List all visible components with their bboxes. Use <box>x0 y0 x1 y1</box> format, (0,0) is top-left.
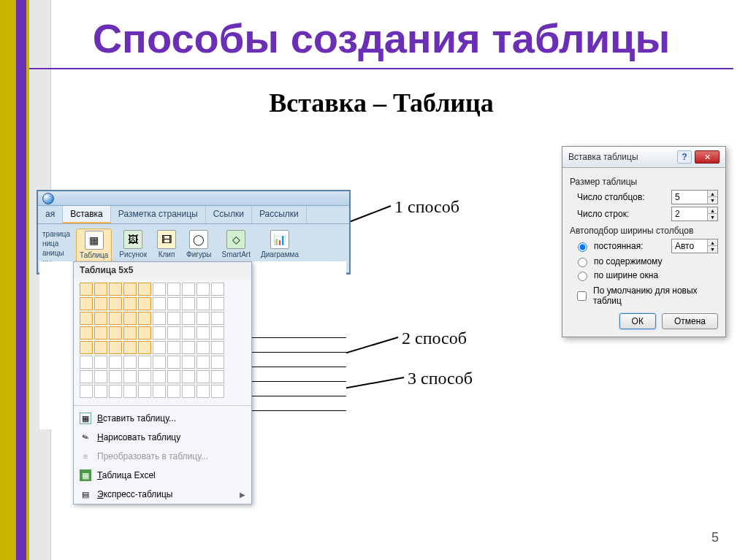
office-button[interactable] <box>42 193 54 204</box>
spin-down-icon[interactable]: ▼ <box>707 214 717 220</box>
grid-cell[interactable] <box>211 326 224 340</box>
grid-cell[interactable] <box>123 341 137 354</box>
grid-cell[interactable] <box>167 341 180 354</box>
grid-cell[interactable] <box>138 283 151 296</box>
checkbox-default-for-new[interactable] <box>577 291 587 301</box>
grid-cell[interactable] <box>167 297 180 310</box>
grid-cell[interactable] <box>196 297 210 310</box>
grid-cell[interactable] <box>167 385 180 398</box>
spinner-rows[interactable]: ▲▼ <box>671 207 718 221</box>
grid-cell[interactable] <box>196 341 210 354</box>
grid-cell[interactable] <box>109 341 122 354</box>
grid-cell[interactable] <box>153 370 166 383</box>
grid-cell[interactable] <box>94 341 107 354</box>
grid-cell[interactable] <box>123 385 137 398</box>
input-columns[interactable] <box>672 191 707 204</box>
grid-cell[interactable] <box>94 326 107 340</box>
grid-cell[interactable] <box>94 370 107 383</box>
grid-cell[interactable] <box>153 297 166 310</box>
grid-cell[interactable] <box>153 341 166 354</box>
grid-cell[interactable] <box>138 385 151 398</box>
grid-cell[interactable] <box>196 283 210 296</box>
ribbon-tab-references[interactable]: Ссылки <box>206 206 252 223</box>
radio-content[interactable] <box>578 258 587 267</box>
grid-cell[interactable] <box>211 283 224 296</box>
dialog-help-button[interactable]: ? <box>677 150 692 164</box>
grid-cell[interactable] <box>167 370 180 383</box>
grid-cell[interactable] <box>80 370 93 383</box>
spin-down-icon[interactable]: ▼ <box>707 197 717 204</box>
grid-cell[interactable] <box>182 312 195 325</box>
grid-cell[interactable] <box>109 283 122 296</box>
grid-cell[interactable] <box>109 385 122 398</box>
grid-cell[interactable] <box>153 385 166 398</box>
grid-cell[interactable] <box>80 312 93 325</box>
grid-cell[interactable] <box>138 297 151 310</box>
grid-cell[interactable] <box>182 297 195 310</box>
spin-up-icon[interactable]: ▲ <box>707 191 717 197</box>
grid-cell[interactable] <box>123 312 137 325</box>
grid-cell[interactable] <box>167 283 180 296</box>
grid-cell[interactable] <box>109 326 122 340</box>
grid-cell[interactable] <box>80 283 93 296</box>
grid-cell[interactable] <box>196 326 210 340</box>
menu-item-express[interactable]: ▤Экспресс-таблицы▶ <box>74 485 251 504</box>
grid-cell[interactable] <box>153 326 166 340</box>
ribbon-tab-layout[interactable]: Разметка страницы <box>111 206 206 223</box>
grid-cell[interactable] <box>167 326 180 340</box>
grid-cell[interactable] <box>138 341 151 354</box>
spin-down-icon[interactable]: ▼ <box>707 246 717 253</box>
radio-window[interactable] <box>578 272 587 281</box>
grid-cell[interactable] <box>94 312 107 325</box>
grid-cell[interactable] <box>94 297 107 310</box>
grid-cell[interactable] <box>109 312 122 325</box>
grid-cell[interactable] <box>153 356 166 369</box>
grid-cell[interactable] <box>211 370 224 383</box>
grid-cell[interactable] <box>182 385 195 398</box>
spin-up-icon[interactable]: ▲ <box>707 207 717 214</box>
grid-cell[interactable] <box>196 356 210 369</box>
ok-button[interactable]: ОК <box>619 313 656 329</box>
grid-cell[interactable] <box>138 326 151 340</box>
spin-up-icon[interactable]: ▲ <box>707 239 717 246</box>
grid-cell[interactable] <box>80 385 93 398</box>
grid-cell[interactable] <box>182 341 195 354</box>
grid-cell[interactable] <box>211 297 224 310</box>
grid-cell[interactable] <box>80 356 93 369</box>
grid-cell[interactable] <box>167 312 180 325</box>
grid-cell[interactable] <box>182 356 195 369</box>
grid-cell[interactable] <box>123 356 137 369</box>
grid-cell[interactable] <box>211 356 224 369</box>
grid-cell[interactable] <box>211 385 224 398</box>
grid-cell[interactable] <box>94 283 107 296</box>
grid-cell[interactable] <box>138 312 151 325</box>
grid-cell[interactable] <box>123 370 137 383</box>
ribbon-tab-mailings[interactable]: Рассылки <box>252 206 307 223</box>
radio-fixed[interactable] <box>578 242 587 252</box>
input-fixed-width[interactable] <box>672 239 707 253</box>
grid-cell[interactable] <box>123 297 137 310</box>
grid-cell[interactable] <box>123 326 137 340</box>
input-rows[interactable] <box>672 207 707 220</box>
grid-cell[interactable] <box>182 283 195 296</box>
spinner-fixed-width[interactable]: ▲▼ <box>671 239 718 253</box>
grid-cell[interactable] <box>167 356 180 369</box>
menu-item-draw[interactable]: ✎Нарисовать таблицу <box>74 428 251 447</box>
grid-cell[interactable] <box>138 370 151 383</box>
grid-cell[interactable] <box>182 370 195 383</box>
grid-cell[interactable] <box>153 283 166 296</box>
grid-cell[interactable] <box>196 385 210 398</box>
grid-cell[interactable] <box>211 312 224 325</box>
grid-cell[interactable] <box>94 385 107 398</box>
grid-cell[interactable] <box>80 297 93 310</box>
ribbon-tab-home-cut[interactable]: ая <box>38 206 63 223</box>
table-size-grid[interactable] <box>80 283 245 398</box>
grid-cell[interactable] <box>153 312 166 325</box>
menu-item-insert[interactable]: ▦Вставить таблицу... <box>74 409 251 428</box>
grid-cell[interactable] <box>80 326 93 340</box>
grid-cell[interactable] <box>109 356 122 369</box>
grid-cell[interactable] <box>211 341 224 354</box>
cancel-button[interactable]: Отмена <box>662 313 718 329</box>
ribbon-tab-insert[interactable]: Вставка <box>63 206 111 223</box>
grid-cell[interactable] <box>196 370 210 383</box>
